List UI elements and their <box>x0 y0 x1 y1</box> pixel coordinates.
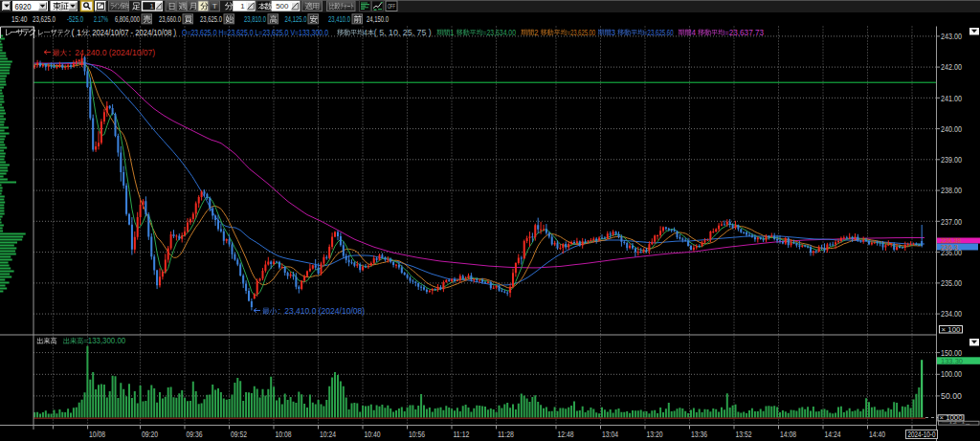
svg-text:23,410.0 (2024/10/08): 23,410.0 (2024/10/08) <box>284 306 365 316</box>
svg-text:T: T <box>212 2 217 11</box>
svg-text:OFF: OFF <box>388 3 395 10</box>
svg-text:1: 1 <box>450 28 455 37</box>
svg-text:=23,625.00: =23,625.00 <box>568 28 596 37</box>
svg-text:133.30: 133.30 <box>941 358 963 364</box>
svg-text:13:52: 13:52 <box>736 430 752 439</box>
svg-text:500: 500 <box>276 2 289 11</box>
svg-text:15:40: 15:40 <box>11 14 28 24</box>
svg-text:O=23,625.0 H=23,625.0 L=23,625: O=23,625.0 H=23,625.0 L=23,625.0 V=133,3… <box>182 28 328 37</box>
svg-text:3: 3 <box>612 28 616 37</box>
svg-text:23,810.0: 23,810.0 <box>244 14 266 24</box>
svg-text:241.00: 241.00 <box>941 94 962 103</box>
svg-text:09:36: 09:36 <box>187 430 203 439</box>
svg-text:237.00: 237.00 <box>941 217 962 227</box>
svg-text:13:20: 13:20 <box>647 430 663 439</box>
svg-text:¯¹²ˉ¹₀: ¯¹²ˉ¹₀ <box>939 421 971 426</box>
svg-text:× 100: × 100 <box>942 326 961 333</box>
svg-text:24,240.0 (2024/10/07): 24,240.0 (2024/10/07) <box>75 48 155 57</box>
svg-text:23,625.0: 23,625.0 <box>33 14 56 24</box>
svg-text:14:24: 14:24 <box>825 430 841 439</box>
svg-text:239.00: 239.00 <box>941 155 962 165</box>
svg-text:240.00: 240.00 <box>941 124 962 134</box>
svg-text:( 1: ( 1 <box>72 28 82 37</box>
svg-text:4: 4 <box>364 28 368 37</box>
svg-text::: : <box>278 306 280 316</box>
svg-text:243.00: 243.00 <box>941 32 962 41</box>
svg-text:=23,634.00: =23,634.00 <box>483 28 517 37</box>
svg-text:23,660.0: 23,660.0 <box>159 14 181 24</box>
svg-text:50.00: 50.00 <box>941 391 962 401</box>
svg-text:100.00: 100.00 <box>941 369 962 379</box>
svg-text:=23,637.73: =23,637.73 <box>724 28 764 37</box>
svg-text:=133,300.00: =133,300.00 <box>83 336 125 345</box>
svg-text:13:36: 13:36 <box>691 430 707 439</box>
svg-text:1: 1 <box>240 2 244 11</box>
svg-text:13:04: 13:04 <box>602 430 618 439</box>
svg-text:-525.0: -525.0 <box>67 14 83 24</box>
svg-text:150.00: 150.00 <box>941 348 962 358</box>
svg-text:23,625.0: 23,625.0 <box>200 14 222 24</box>
svg-text:10:56: 10:56 <box>409 430 425 439</box>
svg-text:10:40: 10:40 <box>365 430 381 439</box>
svg-text:234.00: 234.00 <box>941 309 962 319</box>
svg-text:2.17%: 2.17% <box>94 14 108 24</box>
svg-text:6920: 6920 <box>15 2 32 11</box>
svg-text:: 2024/10/07 - 2024/10/08 ): : 2024/10/07 - 2024/10/08 ) <box>88 28 176 37</box>
svg-text:6,806,000: 6,806,000 <box>115 14 140 24</box>
svg-text:238.00: 238.00 <box>941 186 962 195</box>
svg-text:236.3: 236.3 <box>941 244 958 251</box>
svg-text:24,150.0: 24,150.0 <box>367 14 389 24</box>
svg-text:10:24: 10:24 <box>320 430 336 439</box>
svg-text:235.00: 235.00 <box>941 278 962 288</box>
svg-text:14:40: 14:40 <box>869 430 885 439</box>
svg-text:12:48: 12:48 <box>558 430 574 439</box>
svg-text:=23,625.60: =23,625.60 <box>644 28 674 37</box>
svg-text:1: 1 <box>149 2 153 11</box>
svg-text:242.00: 242.00 <box>941 62 962 72</box>
svg-text:2024-10-0: 2024-10-0 <box>908 430 936 439</box>
svg-text:23,410.0: 23,410.0 <box>328 14 350 24</box>
svg-text:4: 4 <box>692 28 697 37</box>
svg-text:24,125.0: 24,125.0 <box>285 14 307 24</box>
svg-text:( 5, 10, 25, 75 ): ( 5, 10, 25, 75 ) <box>374 28 432 37</box>
svg-text:09:20: 09:20 <box>142 430 158 439</box>
svg-text:11:12: 11:12 <box>454 430 470 439</box>
svg-text:2: 2 <box>534 28 539 37</box>
svg-text:10:08: 10:08 <box>276 430 292 439</box>
svg-text:10/08: 10/08 <box>89 430 105 439</box>
svg-text::: : <box>68 48 71 57</box>
svg-text:14:08: 14:08 <box>780 430 796 439</box>
svg-text:09:52: 09:52 <box>231 430 247 439</box>
svg-text:11:28: 11:28 <box>498 430 514 439</box>
